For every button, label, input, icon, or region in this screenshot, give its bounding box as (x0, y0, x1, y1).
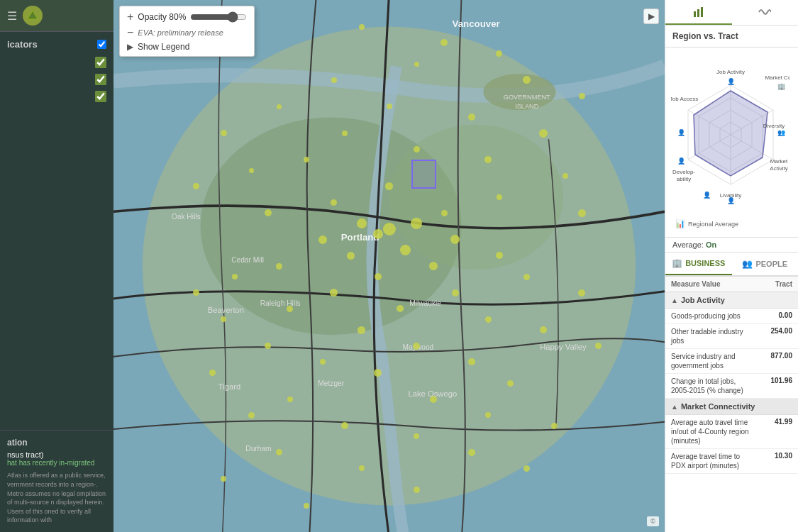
svg-rect-22 (697, 9, 699, 17)
other-tradable-label: Other tradable industry jobs (671, 327, 753, 345)
business-tab-icon: 🏢 (672, 258, 682, 268)
disclaimer-text: Atlas is offered as a public service, ve… (7, 471, 106, 525)
svg-text:🏢: 🏢 (777, 82, 786, 91)
map-dot (193, 289, 199, 296)
map-dot (357, 218, 367, 228)
hamburger-icon[interactable]: ☰ (7, 9, 17, 23)
map-dot (193, 183, 199, 189)
selected-tract[interactable] (411, 160, 436, 189)
market-connectivity-section-header[interactable]: ▲ Market Connectivity (665, 399, 798, 415)
people-tab[interactable]: 👥 PEOPLE (732, 253, 799, 275)
svg-text:Develop-: Develop- (672, 169, 695, 175)
map-dot (232, 274, 238, 279)
svg-rect-23 (701, 7, 703, 17)
business-tab[interactable]: 🏢 BUSINESS (665, 253, 732, 275)
change-total-jobs-label: Change in total jobs, 2005-2015 (% chang… (671, 377, 753, 395)
people-tab-icon: 👥 (742, 259, 753, 269)
map-dot (468, 113, 475, 121)
map-dot (331, 199, 337, 206)
job-activity-section-header[interactable]: ▲ Job Activity (665, 292, 798, 309)
map-background: Vancouver Portland Beaverton Tigard Happ… (113, 0, 665, 532)
map-dot (397, 305, 404, 312)
map-dot (387, 104, 392, 109)
airport-travel-tract: 10.30 (753, 452, 792, 460)
eva-minus-icon: − (127, 26, 133, 39)
map-dot (551, 423, 558, 429)
map-attribution: © (647, 516, 659, 526)
map-dot (375, 273, 382, 280)
change-total-jobs-row: Change in total jobs, 2005-2015 (% chang… (665, 374, 798, 399)
chart-tab[interactable] (665, 0, 732, 25)
change-total-jobs-tract: 101.96 (753, 377, 792, 384)
service-industry-tract: 877.00 (753, 352, 792, 360)
map-dot (539, 129, 548, 138)
job-activity-title: Job Activity (681, 296, 725, 304)
average-value: On (706, 240, 716, 249)
svg-text:Diversity: Diversity (763, 123, 785, 129)
map-dot (383, 223, 396, 235)
radar-chart: Job Activity Market Co. Market Activity … (671, 53, 790, 216)
map-dot (441, 210, 448, 216)
goods-producing-tract: 0.00 (753, 311, 792, 319)
svg-text:ability: ability (677, 176, 691, 182)
map-right-arrow-button[interactable]: ▶ (643, 9, 659, 24)
map-dot (496, 50, 502, 57)
map-dot (331, 77, 337, 83)
svg-text:Metzger: Metzger (318, 379, 345, 387)
svg-text:Tigard: Tigard (218, 382, 240, 391)
auto-travel-label: Average auto travel time in/out of 4-Cou… (671, 418, 753, 445)
measure-table: Measure Value Tract ▲ Job Activity Goods… (665, 277, 798, 532)
wave-tab[interactable] (732, 0, 799, 25)
legend-arrow-icon: ▶ (127, 42, 133, 52)
map-dot (540, 326, 547, 333)
map-dot (276, 449, 282, 455)
sidebar-bottom-info: ation nsus tract) hat has recently in-mi… (0, 430, 113, 532)
opacity-label: Opacity 80% (138, 12, 186, 22)
other-tradable-tract: 254.00 (753, 327, 792, 335)
map-dot (304, 157, 309, 162)
map-dot (430, 396, 437, 403)
svg-text:Vancouver: Vancouver (453, 18, 500, 29)
map-dot (287, 397, 293, 402)
svg-text:Market: Market (770, 158, 788, 165)
map-container[interactable]: Vancouver Portland Beaverton Tigard Happ… (113, 0, 665, 532)
map-dot (429, 262, 438, 270)
map-dot (248, 412, 255, 419)
svg-text:Milwaukie: Milwaukie (409, 299, 441, 307)
service-industry-row: Service industry and government jobs 877… (665, 349, 798, 374)
map-dot (277, 104, 282, 109)
checkbox-item-1 (7, 57, 106, 68)
map-dot (579, 93, 585, 99)
auto-travel-row: Average auto travel time in/out of 4-Cou… (665, 415, 798, 449)
svg-text:Market Co.: Market Co. (765, 74, 790, 81)
service-industry-label: Service industry and government jobs (671, 352, 753, 370)
map-dot (265, 343, 271, 349)
map-dot (385, 182, 393, 190)
show-legend-button[interactable]: Show Legend (138, 42, 189, 52)
map-dot (265, 209, 272, 216)
opacity-plus-icon[interactable]: + (127, 11, 133, 23)
indicators-master-checkbox[interactable] (97, 40, 106, 49)
other-tradable-row: Other tradable industry jobs 254.00 (665, 324, 798, 349)
map-dot (374, 369, 382, 377)
opacity-popup: + Opacity 80% − EVA: preliminary release… (119, 6, 255, 57)
map-dot (358, 326, 365, 334)
map-dot (373, 229, 383, 239)
map-dot (497, 194, 502, 200)
svg-text:Raleigh Hills: Raleigh Hills (260, 299, 301, 307)
svg-text:👤: 👤 (677, 157, 686, 165)
tract-col-header: Tract (752, 280, 792, 288)
map-dot (523, 465, 530, 472)
checkbox-1[interactable] (95, 57, 106, 68)
checkbox-item-2 (7, 74, 106, 85)
map-dot (523, 274, 530, 280)
checkbox-3[interactable] (95, 91, 106, 102)
map-dot (304, 503, 309, 509)
left-sidebar: ☰ icators ation nsus tract) hat has rece… (0, 0, 113, 532)
opacity-slider[interactable] (190, 11, 247, 23)
migrated-label: hat has recently in-migrated (7, 459, 106, 467)
map-dot (496, 252, 503, 259)
goods-producing-row: Goods-producing jobs 0.00 (665, 309, 798, 324)
bottom-section-title: ation (7, 438, 106, 448)
checkbox-2[interactable] (95, 74, 106, 85)
